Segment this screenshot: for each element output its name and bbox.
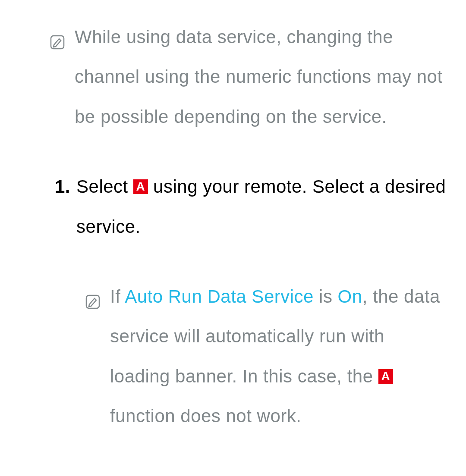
step-text-before: Select bbox=[76, 176, 133, 197]
note-block-2: If Auto Run Data Service is On, the data… bbox=[85, 277, 449, 436]
a-button-badge: A bbox=[133, 179, 148, 194]
note-text-2: If Auto Run Data Service is On, the data… bbox=[110, 277, 449, 436]
note2-mid1: is bbox=[314, 286, 338, 307]
a-button-badge: A bbox=[378, 369, 393, 384]
note-icon bbox=[85, 284, 101, 299]
note2-before: If bbox=[110, 286, 125, 307]
note-icon bbox=[50, 24, 65, 40]
svg-rect-0 bbox=[51, 36, 64, 49]
note-text-1: While using data service, changing the c… bbox=[75, 17, 449, 137]
step-number: 1. bbox=[55, 167, 70, 207]
note-block-1: While using data service, changing the c… bbox=[50, 17, 449, 137]
highlight-on: On bbox=[338, 286, 362, 307]
note2-after: function does not work. bbox=[110, 406, 301, 426]
step-1: 1. Select A using your remote. Select a … bbox=[50, 167, 449, 247]
highlight-auto-run: Auto Run Data Service bbox=[125, 286, 314, 307]
step-text-1: Select A using your remote. Select a des… bbox=[76, 167, 449, 247]
svg-rect-1 bbox=[86, 295, 99, 308]
